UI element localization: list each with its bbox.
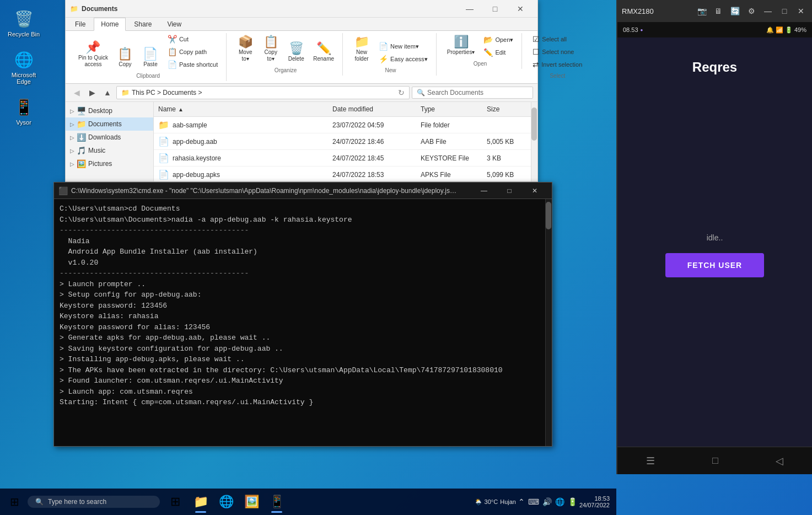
- cmd-line-18: > The APKs have been extracted in the di…: [60, 365, 546, 376]
- cmd-scrollbar[interactable]: [545, 199, 552, 446]
- file-cell-type-3: APKS File: [416, 167, 482, 181]
- file-row-app-debug-aab[interactable]: 📄 app-debug.aab 24/07/2022 18:46 AAB Fil…: [154, 133, 537, 150]
- col-type[interactable]: Type: [416, 102, 482, 116]
- desktop-icon-edge[interactable]: 🌐 Microsoft Edge: [4, 46, 43, 87]
- file-explorer-window: 📁 Documents — □ ✕ File Home Share View: [65, 0, 538, 182]
- tab-file[interactable]: File: [68, 18, 93, 30]
- expand-icon-music: ▷: [70, 148, 74, 154]
- taskbar-time[interactable]: 18:53 24/07/2022: [579, 495, 610, 508]
- nav-item-documents[interactable]: ▷ 📁 Documents: [66, 117, 153, 131]
- cmd-icon: ⬛: [58, 186, 68, 195]
- taskbar-date-text: 24/07/2022: [579, 502, 610, 508]
- address-path[interactable]: 📁 This PC > Documents > ↻: [116, 86, 410, 99]
- nav-item-music[interactable]: ▷ 🎵 Music: [66, 144, 153, 157]
- edit-button[interactable]: ✏️ Edit: [480, 46, 517, 58]
- close-button[interactable]: ✕: [508, 0, 533, 18]
- file-cell-name-0: 📁 aab-sample: [154, 117, 328, 133]
- phone-rotate-icon[interactable]: 🔄: [728, 4, 741, 18]
- rename-button[interactable]: ✏️ Rename: [309, 40, 338, 65]
- file-name-0: aab-sample: [173, 121, 207, 129]
- cut-button[interactable]: ✂️ Cut: [164, 33, 222, 45]
- copy-to-button[interactable]: 📋 Copyto▾: [259, 33, 283, 65]
- file-cell-size-2: 3 KB: [482, 150, 537, 166]
- cmd-line-10: > Launch prompter ..: [60, 279, 546, 290]
- minimize-button[interactable]: —: [457, 0, 482, 18]
- nav-item-pictures[interactable]: ▷ 🖼️ Pictures: [66, 157, 153, 170]
- delete-button[interactable]: 🗑️ Delete: [284, 40, 308, 65]
- phone-camera-icon[interactable]: 📷: [695, 4, 708, 18]
- taskbar-battery-icon[interactable]: 🔋: [568, 497, 577, 506]
- paste-shortcut-button[interactable]: 📄 Paste shortcut: [164, 58, 222, 71]
- cmd-scroll-thumb: [546, 202, 551, 229]
- taskbar-file-explorer[interactable]: 📁: [189, 490, 213, 514]
- taskbar-vysor[interactable]: 📱: [265, 490, 289, 514]
- pin-to-quick-access-button[interactable]: 📌 Pin to Quickaccess: [74, 39, 112, 71]
- desktop-icon-recycle-bin[interactable]: 🗑️ Recycle Bin: [4, 6, 43, 40]
- phone-back-button[interactable]: ◁: [765, 450, 794, 471]
- taskbar-photos[interactable]: 🖼️: [239, 490, 264, 514]
- select-col: ☑ Select all ☐ Select none ⇄ Invert sele…: [529, 33, 586, 71]
- taskbar-volume-icon[interactable]: 🔊: [542, 497, 552, 506]
- maximize-button[interactable]: □: [482, 0, 508, 18]
- properties-label: Properties▾: [447, 49, 475, 56]
- copy-main-button[interactable]: 📋 Copy: [113, 45, 137, 71]
- cmd-line-12: Keystore password: 123456: [60, 301, 546, 312]
- nav-item-desktop[interactable]: ▷ 🖥️ Desktop: [66, 104, 153, 117]
- cmd-line-11: > Setup config for app-debug.aab:: [60, 289, 546, 301]
- desktop-icon-vysor[interactable]: 📱 Vysor: [4, 94, 43, 128]
- start-button[interactable]: ⊞: [2, 490, 26, 514]
- file-icon-1: 📄: [158, 136, 169, 147]
- properties-button[interactable]: ℹ️ Properties▾: [443, 33, 479, 58]
- forward-button[interactable]: ▶: [85, 86, 99, 99]
- properties-icon: ℹ️: [454, 36, 469, 48]
- recycle-bin-label: Recycle Bin: [8, 31, 40, 37]
- taskbar-edge[interactable]: 🌐: [214, 490, 238, 514]
- taskbar-keyboard-icon[interactable]: ⌨: [528, 497, 539, 506]
- file-row-app-debug-apks[interactable]: 📄 app-debug.apks 24/07/2022 18:53 APKS F…: [154, 167, 537, 181]
- copy-path-button[interactable]: 📋 Copy path: [164, 46, 222, 58]
- new-item-button[interactable]: 📄 New item▾: [375, 40, 432, 52]
- pictures-nav-icon: 🖼️: [77, 159, 86, 168]
- col-date[interactable]: Date modified: [328, 102, 416, 116]
- easy-access-button[interactable]: ⚡ Easy access▾: [375, 53, 432, 65]
- fetch-user-button[interactable]: FETCH USER: [665, 253, 764, 277]
- tab-share[interactable]: Share: [127, 18, 159, 30]
- back-button[interactable]: ◀: [70, 86, 83, 99]
- cmd-maximize-button[interactable]: □: [497, 183, 522, 199]
- phone-restore-btn[interactable]: □: [778, 4, 791, 18]
- taskbar-system-icons: ⌃ ⌨ 🔊 🌐 🔋: [518, 497, 577, 506]
- invert-selection-button[interactable]: ⇄ Invert selection: [529, 58, 586, 71]
- paste-main-button[interactable]: 📄 Paste: [138, 45, 163, 71]
- search-box[interactable]: 🔍 Search Documents: [412, 87, 533, 99]
- select-all-button[interactable]: ☑ Select all: [529, 33, 586, 45]
- cmd-line-5: Nadia: [60, 236, 546, 247]
- taskbar-network-icon[interactable]: 🌐: [555, 497, 564, 506]
- phone-close-btn[interactable]: ✕: [794, 4, 808, 18]
- tab-view[interactable]: View: [160, 18, 189, 30]
- nav-item-downloads[interactable]: ▷ ⬇️ Downloads: [66, 131, 153, 144]
- phone-screen-icon[interactable]: 🖥: [712, 4, 725, 18]
- cmd-close-button[interactable]: ✕: [522, 183, 547, 199]
- select-none-button[interactable]: ☐ Select none: [529, 46, 586, 58]
- taskbar-task-view[interactable]: ⊞: [163, 490, 187, 514]
- phone-settings-icon[interactable]: ⚙: [745, 4, 758, 18]
- taskbar-up-arrow[interactable]: ⌃: [518, 497, 525, 506]
- file-row-aab-sample[interactable]: 📁 aab-sample 23/07/2022 04:59 File folde…: [154, 117, 537, 133]
- file-scrollbar[interactable]: [531, 102, 537, 181]
- phone-minimize-btn[interactable]: —: [761, 4, 775, 18]
- tab-home[interactable]: Home: [94, 18, 126, 31]
- col-size[interactable]: Size: [482, 102, 537, 116]
- file-row-rahasia-keystore[interactable]: 📄 rahasia.keystore 24/07/2022 18:45 KEYS…: [154, 150, 537, 167]
- move-to-button[interactable]: 📦 Moveto▾: [233, 33, 257, 65]
- cmd-line-4: ----------------------------------------…: [60, 225, 546, 236]
- cmd-minimize-button[interactable]: —: [471, 183, 497, 199]
- new-folder-button[interactable]: 📁 Newfolder: [349, 33, 374, 65]
- taskbar-search[interactable]: 🔍 Type here to search: [28, 496, 160, 508]
- up-button[interactable]: ▲: [101, 86, 114, 99]
- clipboard-group-items: 📌 Pin to Quickaccess 📋 Copy 📄 Paste: [74, 33, 222, 71]
- refresh-icon[interactable]: ↻: [398, 88, 405, 97]
- phone-home-button[interactable]: □: [701, 450, 729, 471]
- open-btn[interactable]: 📂 Open▾: [480, 34, 517, 46]
- phone-menu-button[interactable]: ☰: [635, 450, 666, 471]
- col-name[interactable]: Name ▲: [154, 102, 328, 116]
